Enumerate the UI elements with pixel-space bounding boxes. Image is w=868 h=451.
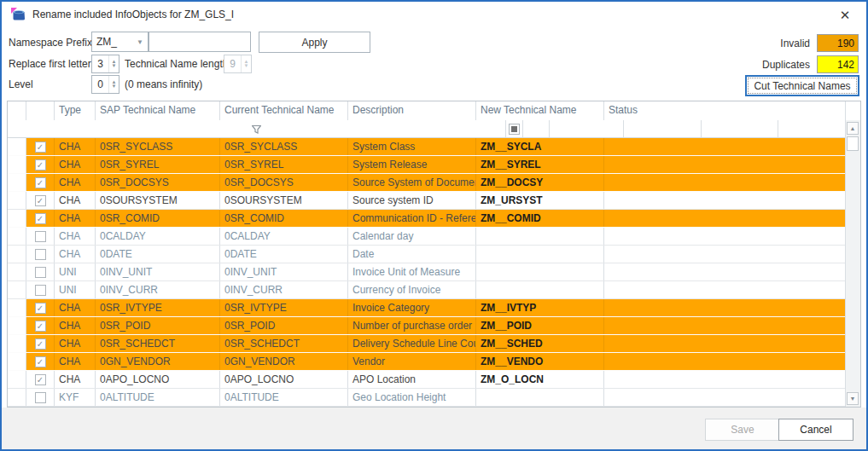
row-select-cell[interactable]	[26, 228, 55, 245]
cell-sap-technical-name[interactable]: 0CALDAY	[96, 228, 220, 245]
cell-current-technical-name[interactable]: 0APO_LOCNO	[220, 371, 348, 388]
cell-type[interactable]: CHA	[55, 156, 96, 173]
cell-new-technical-name[interactable]	[476, 389, 604, 406]
cell-description[interactable]: Invoice Unit of Measure	[348, 263, 476, 280]
cell-current-technical-name[interactable]: 0GN_VENDOR	[220, 353, 348, 370]
row-select-cell[interactable]	[26, 263, 55, 280]
cancel-button[interactable]: Cancel	[778, 419, 853, 441]
cell-description[interactable]: Date	[348, 246, 476, 263]
cell-sap-technical-name[interactable]: 0SR_SYCLASS	[96, 138, 220, 155]
cell-new-technical-name[interactable]: ZM__DOCSY	[476, 174, 604, 191]
cell-new-technical-name[interactable]: ZM__SYREL	[476, 156, 604, 173]
row-select-cell[interactable]: ✓	[26, 371, 55, 388]
cell-type[interactable]: CHA	[55, 192, 96, 209]
cell-new-technical-name[interactable]	[476, 263, 604, 280]
cell-description[interactable]: Invoice Category	[348, 299, 476, 316]
row-select-cell[interactable]: ✓	[26, 156, 55, 173]
cell-sap-technical-name[interactable]: 0ALTITUDE	[96, 389, 220, 406]
cell-current-technical-name[interactable]: 0SR_COMID	[220, 210, 348, 227]
column-header-sap_name[interactable]: SAP Technical Name	[96, 101, 220, 120]
cell-type[interactable]: CHA	[55, 335, 96, 352]
cell-description[interactable]: Delivery Schedule Line Cou...	[348, 335, 476, 352]
table-row[interactable]: KYF 0ALTITUDE 0ALTITUDE Geo Location Hei…	[8, 389, 860, 407]
filter-icon-cell[interactable]	[8, 120, 506, 137]
cell-sap-technical-name[interactable]: 0SR_SCHEDCT	[96, 335, 220, 352]
namespace-prefix-dropdown[interactable]: ZM_ ▼	[91, 32, 149, 52]
cell-status[interactable]	[604, 138, 860, 155]
column-header-type[interactable]: Type	[55, 101, 96, 120]
cell-description[interactable]: System Release	[348, 156, 476, 173]
row-select-cell[interactable]: ✓	[26, 210, 55, 227]
cell-type[interactable]: CHA	[55, 174, 96, 191]
cell-sap-technical-name[interactable]: 0SR_IVTYPE	[96, 299, 220, 316]
cell-new-technical-name[interactable]: ZM_O_LOCN	[476, 371, 604, 388]
cell-new-technical-name[interactable]	[476, 228, 604, 245]
cell-current-technical-name[interactable]: 0SOURSYSTEM	[220, 192, 348, 209]
cell-status[interactable]	[604, 156, 860, 173]
cell-status[interactable]	[604, 281, 860, 298]
row-checkbox[interactable]: ✓	[35, 177, 46, 188]
cell-description[interactable]: Vendor	[348, 353, 476, 370]
filter-type-cell[interactable]	[523, 120, 550, 137]
cell-type[interactable]: CHA	[55, 138, 96, 155]
table-row[interactable]: ✓ CHA 0SR_COMID 0SR_COMID Communication …	[8, 210, 860, 228]
prefix-input[interactable]	[149, 32, 251, 52]
cell-status[interactable]	[604, 317, 860, 334]
cell-description[interactable]: Source system ID	[348, 192, 476, 209]
scroll-down-icon[interactable]: ▼	[847, 392, 859, 405]
row-checkbox[interactable]	[35, 231, 46, 242]
row-checkbox[interactable]	[35, 249, 46, 260]
cell-sap-technical-name[interactable]: 0INV_CURR	[96, 281, 220, 298]
row-checkbox[interactable]: ✓	[35, 374, 46, 385]
row-checkbox[interactable]	[35, 392, 46, 403]
cell-new-technical-name[interactable]: ZM__POID	[476, 317, 604, 334]
cell-current-technical-name[interactable]: 0INV_CURR	[220, 281, 348, 298]
cell-description[interactable]: System Class	[348, 138, 476, 155]
cell-description[interactable]: Currency of Invoice	[348, 281, 476, 298]
cell-current-technical-name[interactable]: 0DATE	[220, 246, 348, 263]
replace-first-letters-stepper[interactable]: 3 ▲▼	[91, 55, 119, 73]
table-row[interactable]: UNI 0INV_CURR 0INV_CURR Currency of Invo…	[8, 281, 860, 299]
cell-current-technical-name[interactable]: 0SR_SYREL	[220, 156, 348, 173]
select-all-cell[interactable]	[506, 120, 523, 137]
filter-current-name-cell[interactable]	[624, 120, 701, 137]
cell-new-technical-name[interactable]: ZM__SCHED	[476, 335, 604, 352]
table-row[interactable]: ✓ CHA 0SOURSYSTEM 0SOURSYSTEM Source sys…	[8, 192, 860, 210]
cell-new-technical-name[interactable]: ZM__SYCLA	[476, 138, 604, 155]
cell-current-technical-name[interactable]: 0SR_SCHEDCT	[220, 335, 348, 352]
row-checkbox[interactable]: ✓	[35, 338, 46, 350]
row-select-cell[interactable]: ✓	[26, 353, 55, 370]
cell-type[interactable]: CHA	[55, 299, 96, 316]
table-row[interactable]: ✓ CHA 0SR_IVTYPE 0SR_IVTYPE Invoice Cate…	[8, 299, 860, 317]
table-row[interactable]: ✓ CHA 0APO_LOCNO 0APO_LOCNO APO Location…	[8, 371, 860, 389]
scrollbar-thumb[interactable]	[847, 136, 859, 151]
row-checkbox[interactable]: ✓	[35, 159, 46, 171]
column-header-new_name[interactable]: New Technical Name	[476, 101, 604, 120]
row-checkbox[interactable]: ✓	[35, 195, 46, 206]
row-checkbox[interactable]	[35, 285, 46, 296]
filter-description-cell[interactable]	[702, 120, 778, 137]
cell-description[interactable]: Calendar day	[348, 228, 476, 245]
cell-type[interactable]: CHA	[55, 353, 96, 370]
cell-current-technical-name[interactable]: 0SR_SYCLASS	[220, 138, 348, 155]
cell-status[interactable]	[604, 228, 860, 245]
cell-type[interactable]: CHA	[55, 246, 96, 263]
cell-current-technical-name[interactable]: 0CALDAY	[220, 228, 348, 245]
cell-description[interactable]: Communication ID - Refere...	[348, 210, 476, 227]
row-checkbox[interactable]: ✓	[35, 321, 46, 332]
table-row[interactable]: CHA 0DATE 0DATE Date	[8, 246, 860, 263]
cell-status[interactable]	[604, 210, 860, 227]
row-select-cell[interactable]: ✓	[26, 317, 55, 334]
cell-status[interactable]	[604, 389, 860, 406]
cell-sap-technical-name[interactable]: 0APO_LOCNO	[96, 371, 220, 388]
level-stepper[interactable]: 0 ▲▼	[91, 75, 119, 94]
row-select-cell[interactable]: ✓	[26, 192, 55, 209]
cell-new-technical-name[interactable]: ZM_URSYST	[476, 192, 604, 209]
stepper-arrows-icon[interactable]: ▲▼	[108, 76, 119, 93]
cell-description[interactable]: APO Location	[348, 371, 476, 388]
column-header-status[interactable]: Status	[604, 101, 846, 120]
filter-sap-name-cell[interactable]	[550, 120, 625, 137]
column-header-current_name[interactable]: Current Technical Name	[220, 101, 348, 120]
cell-new-technical-name[interactable]	[476, 281, 604, 298]
vertical-scrollbar[interactable]: ▲ ▼	[845, 120, 860, 407]
